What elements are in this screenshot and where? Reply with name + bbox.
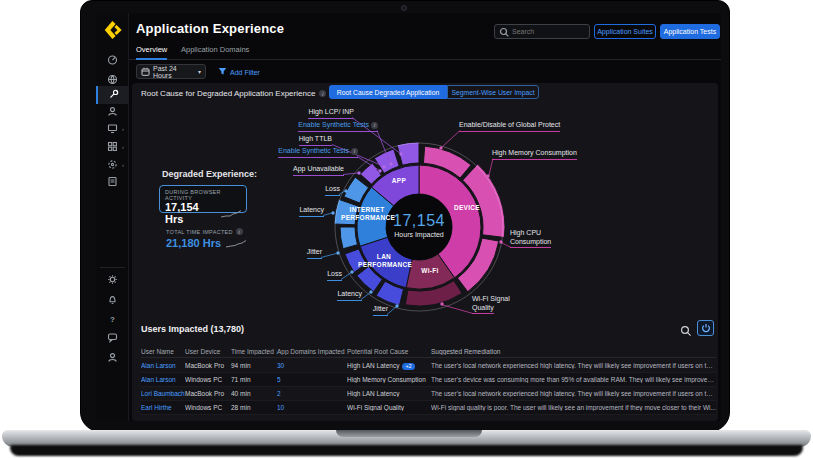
application-suites-button[interactable]: Application Suites (594, 24, 656, 39)
gear-dashed-icon (107, 156, 118, 174)
bell-icon (107, 291, 118, 309)
add-filter-button[interactable]: Add Filter (218, 67, 260, 77)
filter-icon (218, 67, 227, 77)
toggle-segment-wise[interactable]: Segment-Wise User Impact (447, 85, 539, 99)
callout-text: High LCP/ INP (308, 108, 354, 115)
info-icon[interactable]: i (351, 148, 358, 155)
table-row[interactable]: Lori Baumbach MacBook Pro 40 min 2 High … (141, 387, 716, 401)
time-range-dropdown[interactable]: Past 24 Hours ▾ (136, 64, 206, 79)
brand-logo[interactable] (103, 20, 123, 40)
sidebar-item-dashboard[interactable] (96, 51, 129, 69)
tab-overview[interactable]: Overview (136, 45, 167, 60)
cell-user-name[interactable]: Alan Larson (141, 376, 185, 383)
info-icon[interactable]: i (319, 90, 326, 97)
total-time-label-text: TOTAL TIME IMPACTED (166, 229, 233, 235)
section-title-text: Root Cause for Degraded Application Expe… (141, 89, 315, 98)
cell-root-cause: High LAN Latency+2 (347, 362, 431, 370)
sidebar-item-apps[interactable]: › (96, 138, 129, 156)
total-time-value: 21,180 Hrs (166, 237, 247, 249)
global-search[interactable] (494, 24, 590, 39)
callout-text[interactable]: Enable Synthetic Tests (278, 147, 349, 154)
ring-label-device[interactable]: DEVICE (438, 204, 496, 212)
center-value: 17,154 (393, 212, 445, 230)
sidebar-item-tools-active[interactable] (96, 86, 129, 104)
col-user-name[interactable]: User Name (141, 348, 185, 355)
cell-app-domains[interactable]: 30 (277, 362, 347, 369)
toggle-root-cause-degraded[interactable]: Root Cause Degraded Application (329, 85, 447, 99)
sidebar-divider (100, 267, 125, 268)
sidebar: › › › (96, 13, 129, 421)
sidebar-item-config[interactable]: › (96, 156, 129, 174)
sidebar-item-profile[interactable] (96, 349, 129, 367)
info-icon[interactable]: i (371, 122, 378, 129)
callout-text: High CPU (510, 229, 541, 236)
browser-activity-value: 17,154 Hrs (165, 201, 216, 225)
monitor-icon (107, 120, 118, 138)
speedometer-icon (107, 51, 118, 69)
search-input[interactable] (512, 28, 585, 35)
col-time-impacted[interactable]: Time Impacted↓ (231, 348, 277, 355)
center-label: Hours Impacted (394, 231, 443, 238)
table-row[interactable]: Alan Larson Windows PC 71 min 5 High Mem… (141, 373, 716, 387)
callout-wifi-signal: Wi-Fi SignalQuality (472, 295, 562, 314)
callout-app-unavailable: App Unavailable (258, 165, 344, 176)
sidebar-item-notifications[interactable] (96, 291, 129, 309)
sidebar-item-feedback[interactable] (96, 329, 129, 347)
cell-user-name[interactable]: Lori Baumbach (141, 390, 185, 397)
callout-text: High Memory Consumption (492, 149, 577, 156)
table-header: User Name User Device Time Impacted↓ App… (141, 345, 716, 358)
cell-app-domains[interactable]: 2 (277, 390, 347, 397)
col-user-device[interactable]: User Device (185, 348, 231, 355)
cell-root-cause: High LAN Latency (347, 390, 431, 397)
ring-label-app[interactable]: APP (370, 177, 428, 185)
callout-text: Latency (337, 290, 362, 297)
application-tests-button[interactable]: Application Tests (660, 24, 720, 39)
section-title: Root Cause for Degraded Application Expe… (141, 89, 326, 98)
callout-text: Enable/Disable of Global Protect (459, 121, 560, 128)
info-icon[interactable]: i (236, 228, 243, 235)
col-app-domains[interactable]: App Domains Impacted (277, 348, 347, 355)
callout-text: Wi-Fi Signal (472, 295, 510, 302)
tab-application-domains[interactable]: Application Domains (181, 45, 249, 60)
table-search-button[interactable] (680, 323, 692, 341)
laptop-mockup: › › › (0, 0, 813, 458)
sidebar-item-user[interactable] (96, 103, 129, 121)
add-filter-label: Add Filter (230, 69, 260, 76)
laptop-bezel: › › › (80, 0, 730, 432)
callout-high-lcp: High LCP/ INP (274, 108, 354, 119)
callout-text: Quality (472, 304, 494, 311)
callout-loss-lan: Loss (298, 270, 342, 281)
table-row[interactable]: Alan Larson MacBook Pro 94 min 30 High L… (141, 359, 716, 373)
wrench-icon (108, 86, 119, 104)
help-icon: ? (110, 315, 115, 324)
callout-enable-synthetic-2: Enable Synthetic Testsi (262, 147, 358, 158)
sidebar-item-reports[interactable] (96, 173, 129, 191)
users-impacted-title: Users Impacted (13,780) (141, 324, 244, 334)
cell-time-impacted: 28 min (231, 404, 277, 411)
cell-user-name[interactable]: Earl Hirthe (141, 404, 185, 411)
cell-remediation: The user's device was consuming more tha… (431, 376, 716, 383)
callout-text[interactable]: Enable Synthetic Tests (298, 121, 369, 128)
ring-label-lan[interactable]: LAN PERFORMANCE (358, 253, 410, 269)
callout-text: Jitter (307, 248, 322, 255)
cell-app-domains[interactable]: 5 (277, 376, 347, 383)
ring-label-internet[interactable]: INTERNET PERFORMANCE (341, 206, 393, 222)
col-remediation[interactable]: Suggested Remediation (431, 348, 716, 355)
col-root-cause[interactable]: Potential Root Cause (347, 348, 431, 355)
cell-user-name[interactable]: Alan Larson (141, 362, 185, 369)
table-power-button[interactable] (697, 320, 714, 336)
sidebar-item-help[interactable]: ? (96, 310, 129, 328)
browser-activity-card[interactable]: DURING BROWSER ACTIVITY 17,154 Hrs (159, 185, 247, 213)
more-causes-badge[interactable]: +2 (402, 363, 414, 370)
cell-remediation: The user's local network experienced hig… (431, 362, 716, 369)
cell-app-domains[interactable]: 10 (277, 404, 347, 411)
webcam (401, 5, 407, 11)
table-row[interactable]: Earl Hirthe Windows PC 28 min 10 Wi-Fi S… (141, 401, 716, 415)
profile-icon (107, 349, 118, 367)
callout-high-ttlb: High TTLB (256, 135, 332, 146)
sidebar-item-settings[interactable] (96, 271, 129, 289)
callout-jitter-lan: Jitter (344, 305, 388, 316)
sidebar-item-devices[interactable]: › (96, 120, 129, 138)
callout-loss-internet: Loss (292, 185, 340, 196)
cell-user-device: MacBook Pro (185, 390, 231, 397)
